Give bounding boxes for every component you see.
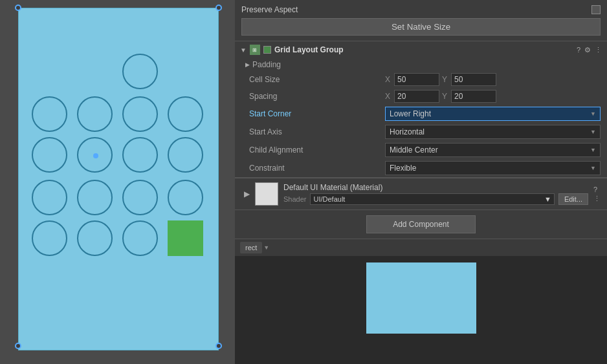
set-native-size-button[interactable]: Set Native Size — [241, 18, 601, 36]
child-alignment-arrow-icon: ▼ — [590, 147, 596, 153]
handle-top-right[interactable] — [215, 5, 222, 11]
cell-size-row: Cell Size X Y — [235, 71, 607, 88]
start-corner-label: Start Corner — [249, 109, 385, 118]
material-actions: ? ⋮ — [593, 186, 601, 203]
circle-item — [32, 96, 67, 132]
material-info: Default UI Material (Material) Shader UI… — [283, 183, 588, 205]
shader-dropdown[interactable]: UI/Default ▼ — [310, 193, 554, 205]
circle-item — [168, 180, 203, 215]
start-axis-value: Horizontal — [390, 127, 425, 136]
shader-label: Shader — [283, 195, 306, 203]
bottom-tabs: rect ▼ — [235, 239, 607, 256]
padding-expand-icon: ▶ — [245, 61, 250, 68]
constraint-value: Flexible — [390, 164, 416, 173]
preview-element — [366, 262, 476, 334]
cell-size-values: X Y — [385, 73, 601, 86]
canvas-area — [0, 0, 235, 364]
add-component-button[interactable]: Add Component — [366, 215, 476, 233]
cell-size-y-pair: Y — [442, 73, 496, 86]
grid-icon: ⊞ — [250, 45, 260, 55]
padding-row[interactable]: ▶ Padding — [235, 58, 607, 71]
handle-bottom-right[interactable] — [215, 343, 222, 349]
circle-item — [122, 96, 158, 132]
start-axis-arrow-icon: ▼ — [590, 129, 596, 135]
circle-item — [122, 220, 158, 256]
material-section: ▶ Default UI Material (Material) Shader … — [235, 178, 607, 210]
material-help-icon[interactable]: ? — [593, 186, 601, 193]
cell-size-y-input[interactable] — [451, 73, 496, 86]
circle-item — [32, 180, 67, 215]
shader-dropdown-arrow-icon: ▼ — [544, 195, 551, 203]
start-axis-row: Start Axis Horizontal ▼ — [235, 123, 607, 141]
spacing-x-input[interactable] — [394, 90, 439, 103]
section-collapse-icon: ▼ — [240, 47, 247, 54]
tab-dropdown-arrow-icon[interactable]: ▼ — [263, 244, 269, 251]
cell-size-x-pair: X — [385, 73, 439, 86]
bottom-preview-area — [235, 256, 607, 364]
child-alignment-value: Middle Center — [390, 145, 438, 155]
circle-item — [77, 180, 113, 215]
section-actions: ? ⚙ ⋮ — [577, 46, 602, 54]
child-alignment-dropdown[interactable]: Middle Center ▼ — [385, 143, 601, 157]
handle-top-left[interactable] — [15, 5, 21, 11]
circle-item — [32, 137, 67, 173]
grid-layout-title: Grid Layout Group — [274, 45, 573, 54]
preserve-aspect-label: Preserve Aspect — [241, 5, 591, 14]
constraint-label: Constraint — [249, 164, 385, 173]
circle-item — [77, 96, 113, 132]
material-preview-thumbnail[interactable] — [255, 182, 278, 206]
spacing-values: X Y — [385, 90, 601, 103]
x-label: X — [385, 75, 393, 84]
y-label-spacing: Y — [442, 92, 450, 101]
grid-layout-group-section: ▼ ⊞ Grid Layout Group ? ⚙ ⋮ ▶ Padding Ce… — [235, 41, 607, 178]
shader-value: UI/Default — [313, 195, 345, 203]
child-alignment-row: Child Alignment Middle Center ▼ — [235, 141, 607, 159]
circle-item — [168, 137, 203, 173]
grid-layout-enabled-checkbox[interactable] — [263, 46, 271, 54]
more-icon[interactable]: ⋮ — [595, 46, 602, 54]
y-label: Y — [442, 75, 450, 84]
constraint-arrow-icon: ▼ — [590, 165, 596, 171]
circle-item — [32, 220, 67, 256]
cell-size-label: Cell Size — [249, 75, 385, 84]
spacing-row: Spacing X Y — [235, 88, 607, 105]
grid-layout-group-header[interactable]: ▼ ⊞ Grid Layout Group ? ⚙ ⋮ — [235, 41, 607, 58]
constraint-row: Constraint Flexible ▼ — [235, 159, 607, 177]
tab-rect[interactable]: rect — [240, 242, 262, 253]
start-corner-row: Start Corner Lower Right ▼ — [235, 105, 607, 123]
handle-bottom-left[interactable] — [15, 343, 21, 349]
right-panel: Preserve Aspect Set Native Size ▼ ⊞ Grid… — [235, 0, 607, 364]
circle-item — [77, 220, 113, 256]
material-name: Default UI Material (Material) — [283, 183, 588, 192]
circle-item — [122, 54, 158, 89]
ui-element-rect — [18, 8, 219, 350]
constraint-dropdown[interactable]: Flexible ▼ — [385, 161, 601, 175]
help-icon[interactable]: ? — [577, 46, 580, 54]
start-axis-label: Start Axis — [249, 127, 385, 136]
spacing-y-pair: Y — [442, 90, 496, 103]
start-corner-arrow-icon: ▼ — [590, 111, 596, 117]
add-component-section: Add Component — [235, 210, 607, 239]
child-alignment-label: Child Alignment — [249, 145, 385, 155]
material-shader-row: Shader UI/Default ▼ Edit... — [283, 193, 588, 205]
spacing-x-pair: X — [385, 90, 439, 103]
cell-size-x-input[interactable] — [394, 73, 439, 86]
spacing-label: Spacing — [249, 92, 385, 101]
material-more-icon[interactable]: ⋮ — [593, 195, 601, 203]
x-label-spacing: X — [385, 92, 393, 101]
start-axis-dropdown[interactable]: Horizontal ▼ — [385, 125, 601, 139]
preserve-aspect-checkbox[interactable] — [591, 5, 601, 14]
material-expand-icon[interactable]: ▶ — [244, 189, 250, 198]
circle-item — [122, 137, 158, 173]
padding-label: Padding — [252, 60, 281, 69]
green-square-item — [168, 220, 203, 256]
start-corner-value: Lower Right — [390, 109, 431, 118]
preserve-aspect-section: Preserve Aspect Set Native Size — [235, 0, 607, 41]
edit-button[interactable]: Edit... — [558, 193, 588, 205]
settings-icon[interactable]: ⚙ — [584, 46, 591, 54]
circle-item — [168, 96, 203, 132]
spacing-y-input[interactable] — [451, 90, 496, 103]
circle-item — [122, 180, 158, 215]
start-corner-dropdown[interactable]: Lower Right ▼ — [385, 107, 601, 121]
